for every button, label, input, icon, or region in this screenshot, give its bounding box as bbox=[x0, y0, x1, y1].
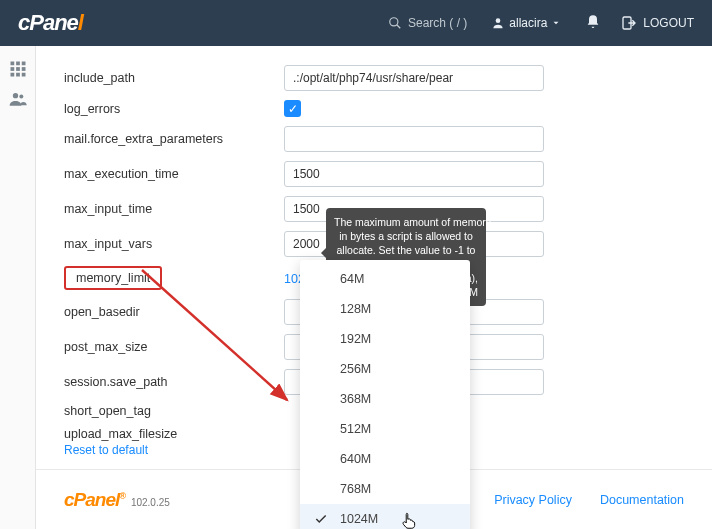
user-menu[interactable]: allacira bbox=[491, 16, 565, 30]
logout-icon bbox=[621, 15, 637, 31]
svg-point-2 bbox=[496, 18, 501, 23]
notifications-bell[interactable] bbox=[585, 14, 601, 33]
logout-label: LOGOUT bbox=[643, 16, 694, 30]
header-search[interactable]: Search ( / ) bbox=[388, 16, 467, 30]
brand-text-a: cPane bbox=[18, 10, 78, 35]
top-header: cPanel Search ( / ) allacira LOGOUT bbox=[0, 0, 712, 46]
logout-button[interactable]: LOGOUT bbox=[621, 15, 694, 31]
svg-point-0 bbox=[390, 18, 398, 26]
user-name: allacira bbox=[509, 16, 547, 30]
caret-down-icon bbox=[551, 18, 561, 28]
brand-logo[interactable]: cPanel bbox=[18, 10, 83, 36]
search-icon bbox=[388, 16, 402, 30]
brand-text-b: l bbox=[78, 10, 83, 35]
svg-line-1 bbox=[397, 25, 401, 29]
bell-icon bbox=[585, 14, 601, 30]
search-placeholder-text: Search ( / ) bbox=[408, 16, 467, 30]
user-icon bbox=[491, 16, 505, 30]
